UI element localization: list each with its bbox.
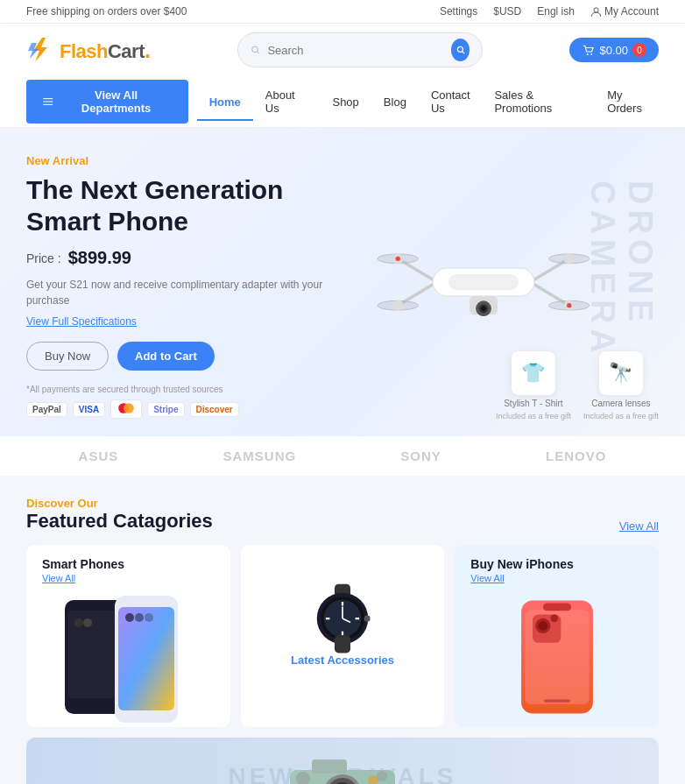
featured-titles: Discover Our Featured Catagories bbox=[26, 497, 213, 533]
svg-point-60 bbox=[538, 621, 547, 631]
header-right: $0.00 0 bbox=[569, 38, 659, 62]
account-label: My Account bbox=[604, 5, 659, 18]
search-bar[interactable] bbox=[237, 32, 483, 67]
new-arrivals-banner: NEW ARRIVALS bbox=[26, 738, 659, 784]
add-to-cart-button[interactable]: Add to Cart bbox=[117, 342, 215, 371]
nav-orders[interactable]: My Orders bbox=[607, 88, 659, 115]
search-input[interactable] bbox=[267, 44, 444, 57]
svg-point-5 bbox=[457, 46, 463, 52]
cat-iphones-viewall[interactable]: View All bbox=[467, 573, 507, 583]
nav-shop[interactable]: Shop bbox=[320, 83, 371, 121]
cart-button[interactable]: $0.00 0 bbox=[569, 38, 659, 62]
main-nav: View All Departments Home About Us Shop … bbox=[0, 76, 685, 128]
hero-security-text: *All payments are secured through truste… bbox=[26, 385, 324, 394]
nav-right: Sales & Promotions My Orders bbox=[494, 88, 659, 115]
brand-samsung: SAMSUNG bbox=[222, 449, 296, 463]
hero-badge: New Arrival bbox=[26, 154, 324, 167]
search-icon bbox=[251, 44, 260, 56]
svg-rect-54 bbox=[335, 635, 350, 653]
hero-desc: Get your S21 now and receive complimenta… bbox=[26, 277, 324, 308]
cat-phones-image bbox=[26, 596, 230, 727]
gift-shirt-item: 👕 Stylish T - Shirt Included as a free g… bbox=[496, 351, 571, 420]
hero-spec-link[interactable]: View Full Specifications bbox=[26, 315, 324, 328]
nav-sales[interactable]: Sales & Promotions bbox=[494, 88, 591, 115]
svg-point-13 bbox=[124, 403, 134, 413]
cat-accessories-card: Latest Accessories bbox=[241, 545, 445, 727]
svg-point-37 bbox=[83, 618, 92, 627]
svg-rect-39 bbox=[118, 607, 174, 710]
language-selector[interactable]: Engl ish bbox=[537, 5, 575, 18]
buy-now-button[interactable]: Buy Now bbox=[26, 342, 109, 371]
featured-header: Discover Our Featured Catagories View Al… bbox=[26, 497, 659, 533]
svg-line-6 bbox=[462, 52, 463, 53]
cart-icon bbox=[582, 44, 595, 57]
currency-selector[interactable]: $USD bbox=[493, 5, 521, 18]
hero-price: $899.99 bbox=[68, 248, 131, 268]
nav-contact[interactable]: Contact Us bbox=[419, 76, 495, 127]
cat-iphones-card: Buy New iPhones View All bbox=[455, 545, 659, 727]
hero-buttons: Buy Now Add to Cart bbox=[26, 342, 324, 371]
logo-flash: Flash bbox=[60, 40, 108, 62]
svg-point-7 bbox=[587, 53, 589, 55]
hero-content: New Arrival The Next Generation Smart Ph… bbox=[26, 154, 324, 419]
top-bar-right: Settings $USD Engl ish My Account bbox=[440, 5, 659, 18]
view-all-departments-button[interactable]: View All Departments bbox=[26, 80, 188, 124]
discover-icon: Discover bbox=[190, 402, 239, 417]
svg-point-33 bbox=[481, 307, 485, 311]
brands-bar: ASUS SAMSUNG SONY Lenovo bbox=[0, 436, 685, 476]
gift-shirt-sub: Included as a free gift bbox=[496, 412, 571, 420]
svg-point-0 bbox=[594, 7, 598, 11]
mastercard-icon bbox=[110, 399, 142, 419]
nav-links: Home About Us Shop Blog Contact Us bbox=[197, 76, 495, 127]
svg-point-3 bbox=[252, 46, 258, 53]
logo-cart: Cart bbox=[108, 40, 145, 62]
account-link[interactable]: My Account bbox=[590, 5, 659, 18]
user-icon bbox=[590, 6, 602, 18]
cat-watch-image bbox=[253, 583, 433, 653]
cat-accessories-label: Latest Accessories bbox=[291, 653, 394, 675]
cat-smartphones-title: Smart Phones bbox=[39, 557, 128, 571]
svg-rect-62 bbox=[544, 699, 570, 702]
gift-lens-sub: Included as a free gift bbox=[583, 412, 659, 420]
gift-shirt-icon: 👕 bbox=[512, 351, 555, 395]
watch-svg bbox=[303, 579, 382, 658]
cat-iphones-top: Buy New iPhones View All bbox=[455, 545, 659, 596]
settings-link[interactable]: Settings bbox=[440, 5, 477, 18]
svg-point-24 bbox=[564, 253, 575, 264]
gift-items-row: 👕 Stylish T - Shirt Included as a free g… bbox=[496, 351, 659, 420]
gift-shirt-label: Stylish T - Shirt bbox=[504, 399, 562, 408]
svg-rect-57 bbox=[543, 604, 571, 611]
brand-sony: SONY bbox=[400, 449, 441, 463]
svg-point-72 bbox=[377, 771, 387, 781]
featured-view-all[interactable]: View All bbox=[619, 519, 659, 533]
top-bar: Free shipping on orders over $400 Settin… bbox=[0, 0, 685, 24]
phones-svg bbox=[58, 591, 198, 727]
svg-point-27 bbox=[567, 303, 571, 307]
nav-blog[interactable]: Blog bbox=[371, 83, 419, 121]
hero-price-row: Price : $899.99 bbox=[26, 248, 324, 268]
search-button[interactable] bbox=[451, 39, 470, 61]
nav-left: View All Departments Home About Us Shop … bbox=[26, 76, 494, 127]
paypal-icon: PayPal bbox=[26, 402, 67, 417]
iphone-image-area bbox=[455, 596, 659, 718]
gift-lens-label: Camera lenses bbox=[591, 399, 650, 408]
cat-smartphones-viewall[interactable]: View All bbox=[39, 573, 79, 583]
category-row: Smart Phones View All bbox=[26, 545, 659, 727]
svg-line-4 bbox=[258, 52, 260, 54]
svg-point-41 bbox=[135, 613, 144, 622]
visa-icon: VISA bbox=[73, 402, 105, 417]
logo[interactable]: FlashCart. bbox=[26, 36, 151, 64]
cat-smartphones-top: Smart Phones View All bbox=[26, 545, 230, 596]
svg-point-42 bbox=[145, 613, 153, 622]
logo-icon bbox=[26, 36, 54, 64]
cart-price: $0.00 bbox=[599, 44, 628, 57]
logo-text: FlashCart. bbox=[60, 37, 151, 64]
stripe-icon: Stripe bbox=[147, 402, 184, 417]
brand-lenovo: Lenovo bbox=[546, 449, 606, 463]
svg-point-61 bbox=[550, 615, 558, 623]
nav-home[interactable]: Home bbox=[197, 83, 253, 121]
hero-title: The Next Generation Smart Phone bbox=[26, 174, 324, 237]
header: FlashCart. $0.00 0 bbox=[0, 24, 685, 76]
nav-about[interactable]: About Us bbox=[253, 76, 321, 127]
brand-asus: ASUS bbox=[79, 449, 119, 463]
